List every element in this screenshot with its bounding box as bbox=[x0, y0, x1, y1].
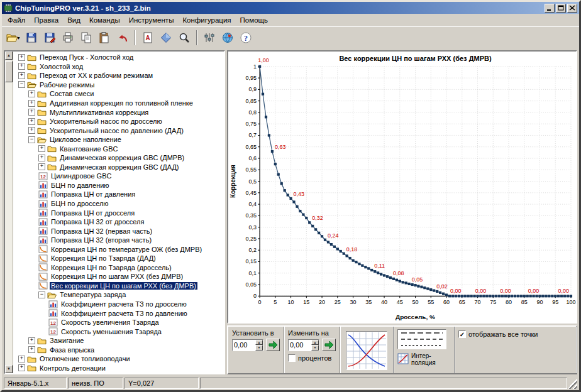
weight-curve-chart[interactable]: 10,950,90,850,80,750,70,650,60,550,50,45… bbox=[228, 52, 576, 322]
mixer-button[interactable] bbox=[201, 29, 218, 46]
open-button[interactable]: ▾ bbox=[4, 29, 22, 46]
tree-item[interactable]: +Отключение топливоподачи bbox=[13, 354, 224, 364]
saveas-button[interactable] bbox=[41, 29, 58, 46]
expand-icon[interactable]: + bbox=[18, 364, 25, 371]
tree-item[interactable]: Коррекция ЦН по температуре ОЖ (без ДМРВ… bbox=[13, 244, 224, 254]
scroll-down-icon[interactable]: ▼ bbox=[5, 365, 13, 373]
paste-button[interactable] bbox=[96, 29, 113, 46]
tree-item[interactable]: +Лямбда-регулирование bbox=[13, 373, 224, 373]
interpolation-button[interactable]: Интер-поляция bbox=[397, 352, 450, 366]
line-style-option[interactable] bbox=[401, 332, 443, 334]
tree-item[interactable]: −Температура заряда bbox=[13, 290, 224, 300]
line-style-option[interactable] bbox=[401, 345, 443, 346]
tree-item[interactable]: +Холостой ход bbox=[13, 62, 224, 72]
expand-icon[interactable]: + bbox=[28, 337, 35, 344]
expand-icon[interactable]: + bbox=[18, 54, 25, 61]
tree-item-selected[interactable]: Вес коррекции ЦН по шагам РХХ (без ДМРВ) bbox=[13, 281, 224, 291]
menu-item-help[interactable]: Помощь bbox=[236, 15, 272, 25]
line-style-list[interactable] bbox=[397, 329, 446, 349]
show-all-points-checkbox-box[interactable] bbox=[458, 330, 466, 338]
percent-checkbox[interactable]: процентов bbox=[288, 354, 336, 362]
menu-item-commands[interactable]: Команды bbox=[85, 15, 124, 25]
scale-preview-button[interactable] bbox=[346, 331, 387, 370]
print-button[interactable] bbox=[59, 29, 77, 46]
tree-item[interactable]: +Переход Пуск - Холостой ход bbox=[13, 53, 224, 62]
set-value-down-button[interactable]: ▼ bbox=[255, 345, 263, 351]
change-value-up-button[interactable]: ▲ bbox=[311, 340, 319, 346]
expand-icon[interactable]: + bbox=[18, 356, 25, 362]
tree-item[interactable]: +Контроль детонации bbox=[13, 364, 224, 373]
collapse-icon[interactable]: − bbox=[18, 81, 25, 88]
percent-checkbox-box[interactable] bbox=[288, 354, 296, 362]
collapse-icon[interactable]: − bbox=[28, 136, 35, 143]
change-value-down-button[interactable]: ▼ bbox=[311, 345, 319, 351]
zoom-button[interactable] bbox=[175, 29, 193, 46]
tree-item[interactable]: Поправка ЦН от давления bbox=[13, 190, 224, 199]
apply-set-button[interactable] bbox=[266, 339, 280, 351]
menu-item-file[interactable]: Файл bbox=[3, 15, 30, 25]
expand-icon[interactable]: + bbox=[18, 63, 25, 70]
show-all-points-checkbox[interactable]: отображать все точки bbox=[458, 330, 572, 338]
tree-item[interactable]: +Квантование GBC bbox=[13, 144, 224, 153]
tree-item[interactable]: Поправка ЦН 32 (первая часть) bbox=[13, 226, 224, 236]
tree-item[interactable]: +Переход от ХХ к рабочим режимам bbox=[13, 71, 224, 80]
tree-scrollbar[interactable]: ▲ ▼ bbox=[5, 52, 13, 373]
copy-button[interactable] bbox=[77, 29, 95, 46]
line-style-option[interactable] bbox=[401, 339, 443, 340]
undo-button[interactable] bbox=[114, 29, 131, 46]
tree-item[interactable]: БЦН по давлению bbox=[13, 181, 224, 190]
apply-change-button[interactable] bbox=[322, 339, 336, 351]
close-button[interactable] bbox=[567, 4, 577, 13]
collapse-icon[interactable]: − bbox=[38, 291, 45, 298]
tree-item[interactable]: +Динамическая коррекция GBC (ДАД) bbox=[13, 163, 224, 172]
change-value-input[interactable] bbox=[289, 340, 311, 351]
expand-icon[interactable]: + bbox=[28, 127, 35, 134]
expand-icon[interactable]: + bbox=[38, 145, 45, 152]
diamond-button[interactable] bbox=[157, 29, 175, 46]
tree-item[interactable]: +Ускорительный насос по дросселю bbox=[13, 117, 224, 126]
tree-item[interactable]: +Зажигание bbox=[13, 336, 224, 346]
minimize-button[interactable] bbox=[545, 4, 555, 13]
tree-item[interactable]: Поправка ЦН 32 (вторая часть) bbox=[13, 236, 224, 245]
expand-icon[interactable]: + bbox=[28, 346, 35, 353]
tree-item[interactable]: Поправка ЦН от дросселя bbox=[13, 208, 224, 217]
tree-item[interactable]: −Цикловое наполнение bbox=[13, 135, 224, 144]
expand-icon[interactable]: + bbox=[38, 163, 45, 170]
expand-icon[interactable]: + bbox=[18, 72, 25, 79]
tree-item[interactable]: −Рабочие режимы bbox=[13, 80, 224, 90]
title-bar[interactable]: ChipTuningPRO ver.3.21 - sh_233_2.bin bbox=[2, 2, 579, 14]
tree-item[interactable]: Коэффициент расчета ТЗ по давлению bbox=[13, 308, 224, 318]
tree-item[interactable]: +Аддитивная коррекция по топливной пленк… bbox=[13, 99, 224, 108]
tree-item[interactable]: +Фаза впрыска bbox=[13, 346, 224, 355]
expand-icon[interactable]: + bbox=[28, 100, 35, 107]
tree-item[interactable]: +Динамическая коррекция GBC (ДМРВ) bbox=[13, 153, 224, 163]
tree-item[interactable]: БЦН по дросселю bbox=[13, 199, 224, 209]
tree-item[interactable]: 12Цилиндровое GBC bbox=[13, 172, 224, 181]
tree-scrollbar-track[interactable] bbox=[5, 60, 13, 365]
tree-item[interactable]: Коэффициент расчета ТЗ по дросселю bbox=[13, 300, 224, 309]
save-button[interactable] bbox=[23, 29, 40, 46]
font-button[interactable]: A bbox=[139, 29, 157, 46]
globe-button[interactable] bbox=[219, 29, 236, 46]
set-value-input[interactable] bbox=[233, 340, 255, 351]
expand-icon[interactable]: + bbox=[28, 90, 35, 97]
resize-grip[interactable] bbox=[568, 378, 577, 389]
tree-scrollbar-thumb[interactable] bbox=[5, 61, 13, 82]
scroll-up-icon[interactable]: ▲ bbox=[5, 52, 13, 60]
tree-item[interactable]: +Состав смеси bbox=[13, 89, 224, 99]
menu-item-tools[interactable]: Инструменты bbox=[124, 15, 179, 25]
menu-item-view[interactable]: Вид bbox=[63, 15, 85, 25]
expand-icon[interactable]: + bbox=[28, 109, 35, 116]
expand-icon[interactable]: + bbox=[28, 118, 35, 125]
tree-item[interactable]: Коррекция ЦН по Тзаряда (дроссель) bbox=[13, 263, 224, 273]
tree-item[interactable]: 12Скорость увеличения Тзаряда bbox=[13, 318, 224, 327]
maximize-button[interactable] bbox=[556, 4, 566, 13]
tree-item[interactable]: Коррекция ЦН по Тзаряда (ДАД) bbox=[13, 254, 224, 263]
expand-icon[interactable]: + bbox=[38, 155, 45, 161]
menu-item-configuration[interactable]: Конфигурация bbox=[178, 15, 235, 25]
tree-item[interactable]: +Мультипликативная коррекция bbox=[13, 107, 224, 117]
tree-item[interactable]: Коррекция ЦН по шагам РХХ (без ДМРВ) bbox=[13, 272, 224, 281]
help-button[interactable]: ? bbox=[237, 29, 255, 46]
tree-item[interactable]: 12Скорость уменьшения Тзаряда bbox=[13, 327, 224, 336]
set-value-up-button[interactable]: ▲ bbox=[255, 340, 263, 346]
